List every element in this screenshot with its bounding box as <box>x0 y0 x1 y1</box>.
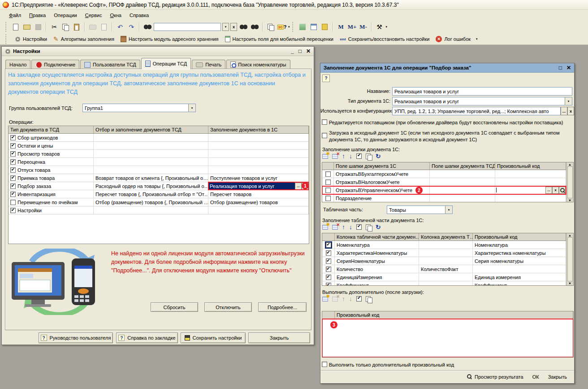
row-checkbox[interactable] <box>10 184 16 189</box>
table-row[interactable]: КоэффициентКоэффициент <box>322 281 566 285</box>
row-checkbox[interactable] <box>10 159 16 165</box>
move-down-icon[interactable]: ↓ <box>349 153 352 159</box>
row-checkbox[interactable] <box>10 135 16 140</box>
user-guide-button[interactable]: ?Руководство пользователя <box>39 332 113 343</box>
menu-edit[interactable]: Правка <box>26 11 49 19</box>
help-button[interactable]: ? <box>322 74 330 82</box>
copy-rows-icon[interactable] <box>366 153 372 159</box>
table-row-order-picking[interactable]: Подбор заказа Расходный ордер на товары … <box>9 182 309 190</box>
vendor-checkbox[interactable] <box>322 119 327 125</box>
tab-part-combobox[interactable]: Товары▼ <box>387 205 453 214</box>
table-row[interactable]: ОтражатьВНалоговомУчете <box>322 178 566 186</box>
move-up-icon[interactable]: ↑ <box>342 296 345 302</box>
find-input[interactable] <box>154 23 221 31</box>
move-down-icon[interactable]: ↓ <box>349 296 352 302</box>
refresh-icon[interactable]: ↻ <box>376 153 381 159</box>
tab-connection[interactable]: Подключение <box>31 60 79 69</box>
scroll-up-icon[interactable]: ▲ <box>568 163 571 166</box>
add-row-icon[interactable] <box>322 297 328 302</box>
toolbar-grip[interactable] <box>292 22 294 32</box>
toggle-check-icon[interactable] <box>356 153 362 159</box>
toggle-check-icon[interactable] <box>356 296 362 302</box>
actionbar-caret-icon[interactable]: ▾ <box>476 37 478 41</box>
memory-m-button[interactable]: M <box>336 22 346 32</box>
scroll-down-icon[interactable]: ▼ <box>568 282 571 285</box>
ellipsis-button[interactable]: ... <box>561 107 567 115</box>
scrollbar[interactable]: ▲▼ <box>566 233 573 285</box>
move-up-icon[interactable]: ↑ <box>342 153 345 159</box>
table-row[interactable]: СерияНоменклатурыСерия номенклатуры <box>322 257 566 265</box>
scroll-up-icon[interactable]: ▲ <box>568 234 571 237</box>
table-row[interactable]: Просмотр товаров <box>9 150 309 158</box>
scroll-thumb[interactable] <box>567 237 573 281</box>
chevron-down-icon[interactable]: ▼ <box>565 97 572 105</box>
row-checkbox[interactable] <box>326 250 331 256</box>
tab-item-search[interactable]: Поиск номенклатуры <box>226 60 290 69</box>
close-button[interactable]: Закрыть <box>545 373 570 381</box>
save-icon[interactable] <box>33 22 43 32</box>
paste-icon[interactable] <box>72 22 82 32</box>
custom-code-input[interactable] <box>495 187 545 194</box>
move-down-icon[interactable]: ↓ <box>349 224 352 230</box>
row-checkbox[interactable] <box>10 200 16 205</box>
table-row[interactable]: ОтражатьВБухгалтерскомУчете <box>322 170 566 178</box>
fill-document-field[interactable]: Реализация товаров и услуг <box>208 183 295 190</box>
find-next-icon[interactable] <box>238 22 248 32</box>
table-row[interactable]: Сбор штрихкодов <box>9 134 309 142</box>
address-storage-button[interactable]: Настроить модуль адресного хранения <box>120 35 220 43</box>
menu-operations[interactable]: Операции <box>50 11 80 19</box>
row-checkbox[interactable] <box>10 167 16 173</box>
toggle-check-icon[interactable] <box>356 224 362 230</box>
tools-caret-icon[interactable]: ▾ <box>386 25 388 29</box>
chevron-down-icon[interactable]: ▼ <box>445 206 452 214</box>
save-settings-button[interactable]: Сохранить настройки <box>181 332 246 343</box>
mobile-reprice-button[interactable]: Настроить поля для мобильной переоценки <box>224 35 334 43</box>
row-checkbox[interactable] <box>326 242 331 248</box>
find-icon[interactable] <box>143 22 152 32</box>
config-input[interactable]: УПП, ред. 1.2, 1.3; Управление торговлей… <box>392 107 561 115</box>
print-preview-icon[interactable] <box>99 22 109 32</box>
minimize-icon[interactable]: _ <box>291 48 294 54</box>
menu-file[interactable]: Файл <box>5 11 25 19</box>
close-icon[interactable]: ✕ <box>566 65 571 70</box>
doc-type-combobox[interactable]: Реализация товаров и услуг▼ <box>392 97 572 105</box>
save-restore-settings-button[interactable]: xmlСохранить/восстановить настройки <box>339 35 430 43</box>
user-group-combobox[interactable]: Группа1 ▼ <box>82 104 196 112</box>
table-row-management-accounting[interactable]: ОтражатьВУправленческомУчете ... x 2 <box>322 186 566 194</box>
help-1c-icon[interactable]: 1С? <box>277 22 287 32</box>
memory-m-minus-button[interactable]: M- <box>359 22 368 32</box>
menu-help[interactable]: Справка <box>126 11 152 19</box>
memory-m-plus-button[interactable]: M+ <box>347 22 357 32</box>
custom-code-cell[interactable]: ... x <box>495 186 566 194</box>
open-icon[interactable] <box>22 22 32 32</box>
row-checkbox[interactable] <box>325 171 331 177</box>
table-row[interactable]: Перемещение по ячейкамОтбор (размещение)… <box>9 198 309 206</box>
calculator-icon[interactable] <box>298 22 307 32</box>
ellipsis-button[interactable]: ... <box>545 187 552 194</box>
toolbar-grip[interactable] <box>5 34 7 44</box>
tab-tsd-users[interactable]: Пользователи ТСД <box>80 60 140 69</box>
ok-button[interactable]: ОК <box>530 373 542 381</box>
row-checkbox[interactable] <box>10 175 16 181</box>
chevron-down-icon[interactable]: ▼ <box>188 104 195 112</box>
row-checkbox[interactable] <box>10 151 16 157</box>
maximize-icon[interactable]: □ <box>298 48 302 54</box>
scrollbar[interactable]: ▲▼ <box>566 162 573 202</box>
menu-service[interactable]: Сервис <box>82 11 106 19</box>
find-previous-icon[interactable] <box>250 22 259 32</box>
extra-code-body[interactable]: 3 <box>322 319 573 357</box>
name-input[interactable]: Реализация товаров и услуг <box>392 87 572 96</box>
table-row[interactable]: КоличествоКоличествоФакт <box>322 265 566 273</box>
menu-windows[interactable]: Окна <box>106 11 125 19</box>
delete-row-icon[interactable] <box>332 297 338 302</box>
copy-icon[interactable] <box>61 22 70 32</box>
scroll-down-icon[interactable]: ▼ <box>568 199 571 202</box>
row-checkbox[interactable] <box>325 196 331 201</box>
clear-button[interactable]: x <box>552 187 559 194</box>
row-checkbox[interactable] <box>326 283 331 286</box>
cut-icon[interactable]: ✂ <box>49 22 59 32</box>
copy-rows-icon[interactable] <box>366 296 372 302</box>
only-extra-checkbox[interactable] <box>322 362 327 367</box>
table-row[interactable]: ИнвентаризацияПересчет товаров {, Произв… <box>9 190 309 198</box>
table-row[interactable]: Настройки <box>9 206 309 214</box>
